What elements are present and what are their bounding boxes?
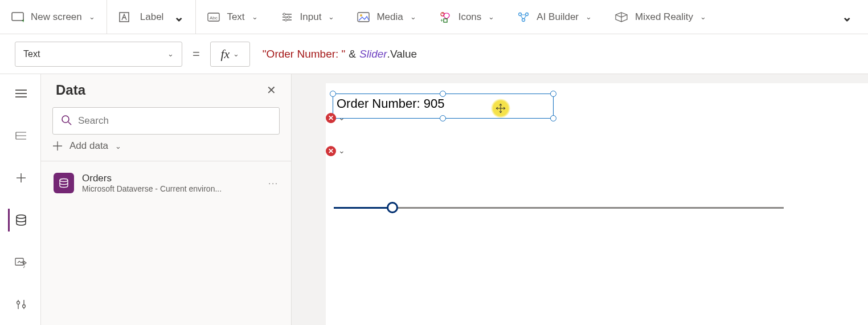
svg-point-21 [23,305,26,308]
input-label: Input [300,11,322,23]
search-input[interactable] [78,115,271,127]
chevron-down-icon: ⌄ [174,10,184,25]
property-name: Text [23,49,40,59]
fx-icon: fx [220,47,230,62]
icons-menu[interactable]: + Icons ⌄ [428,0,506,34]
new-screen-label: New screen [31,11,82,23]
text-icon: Abc [207,13,220,22]
formula-string-token: "Order Number: " [263,48,345,60]
formula-prop-token: Value [390,48,417,60]
data-source-name: Orders [82,173,222,184]
data-source-item[interactable]: Orders Microsoft Dataverse - Current env… [49,167,283,199]
input-icon [281,12,293,22]
chevron-down-icon: ⌄ [115,142,121,151]
rail-media[interactable]: ♪ [8,251,33,274]
rail-tree-view[interactable] [8,124,33,147]
label-label: Label [140,11,164,23]
formula-operator-token: & [345,48,359,60]
resize-handle[interactable] [550,115,556,121]
error-badge[interactable]: ✕ [326,146,336,156]
screen-icon: + [11,12,24,22]
resize-handle[interactable] [440,115,446,121]
dataverse-icon [54,173,74,193]
data-search[interactable] [52,107,280,135]
slider-control[interactable] [334,202,784,213]
chevron-down-icon: ⌄ [410,13,416,21]
svg-point-15 [522,18,525,21]
svg-point-22 [62,116,69,123]
error-expand-icon[interactable]: ⌄ [338,113,345,122]
text-label: Text [227,11,244,23]
chevron-down-icon: ⌄ [700,13,706,21]
chevron-down-icon: ⌄ [252,13,258,21]
rail-data[interactable] [8,209,33,231]
equals-sign: = [190,47,202,62]
svg-text:+: + [22,18,24,22]
media-label: Media [376,11,403,23]
chevron-down-icon: ⌄ [89,13,95,21]
rail-advanced-tools[interactable] [8,293,33,316]
chevron-down-icon: ⌄ [328,13,334,21]
data-source-list: Orders Microsoft Dataverse - Current env… [41,161,291,205]
ai-builder-menu[interactable]: AI Builder ⌄ [506,0,603,34]
new-screen-button[interactable]: + New screen ⌄ [0,0,107,34]
media-icon [357,12,370,22]
chevron-down-icon: ⌄ [586,13,592,21]
rail-hamburger[interactable] [8,82,33,105]
ai-builder-label: AI Builder [537,11,579,23]
mixed-reality-menu[interactable]: Mixed Reality ⌄ [603,0,718,34]
svg-text:+: + [440,18,443,23]
svg-point-14 [526,13,529,15]
text-menu[interactable]: Abc Text ⌄ [196,0,269,34]
add-data-label: Add data [69,140,108,152]
chevron-down-icon: ⌄ [167,50,174,58]
close-icon[interactable]: ✕ [267,83,276,97]
rail-insert[interactable] [8,166,33,189]
cursor-highlight [491,99,510,118]
svg-point-23 [60,179,68,182]
chevron-down-icon: ⌄ [842,10,852,25]
app-canvas[interactable]: Order Number: 905 ✕ ⌄ ✕ ⌄ [326,83,868,325]
icons-label: Icons [458,11,482,23]
selected-label-control[interactable]: Order Number: 905 [333,94,554,119]
search-icon [61,115,72,128]
data-panel: Data ✕ Add data ⌄ Orders Microsoft Datav… [41,74,292,325]
svg-point-9 [360,14,362,17]
svg-point-7 [285,19,287,21]
data-source-subtitle: Microsoft Dataverse - Current environ... [82,184,222,193]
svg-text:Abc: Abc [210,15,218,21]
resize-handle[interactable] [330,91,336,97]
move-cursor-icon [496,103,506,113]
chevron-down-icon: ⌄ [233,50,239,58]
input-menu[interactable]: Input ⌄ [269,0,346,34]
data-panel-title: Data [56,82,85,98]
fx-button[interactable]: fx ⌄ [210,42,250,67]
formula-object-token: Slider [359,48,387,60]
slider-thumb[interactable] [387,202,398,213]
ai-builder-icon [517,11,530,23]
resize-handle[interactable] [550,91,556,97]
top-command-bar: + New screen ⌄ Label ⌄ Abc Text ⌄ Input … [0,0,868,34]
error-badge[interactable]: ✕ [326,113,336,123]
media-menu[interactable]: Media ⌄ [346,0,427,34]
more-commands[interactable]: ⌄ [826,0,868,34]
slider-track [334,207,784,209]
left-rail: ♪ [0,74,41,325]
main-body: ♪ Data ✕ Add data ⌄ [0,74,868,325]
svg-point-20 [17,302,20,304]
error-expand-icon[interactable]: ⌄ [338,146,345,155]
svg-point-6 [288,16,290,18]
mixed-reality-label: Mixed Reality [635,11,693,23]
formula-input[interactable]: "Order Number: " & Slider.Value [258,42,853,67]
svg-point-13 [519,13,522,15]
icons-icon: + [439,11,452,23]
svg-text:♪: ♪ [23,263,26,268]
data-source-more[interactable]: ··· [268,178,279,188]
svg-point-5 [283,13,285,15]
add-data-button[interactable]: Add data ⌄ [52,140,280,152]
mixed-reality-icon [615,11,628,23]
label-button[interactable]: Label ⌄ [107,0,196,34]
resize-handle[interactable] [440,91,446,97]
plus-icon [52,141,63,151]
property-selector[interactable]: Text ⌄ [15,42,182,67]
